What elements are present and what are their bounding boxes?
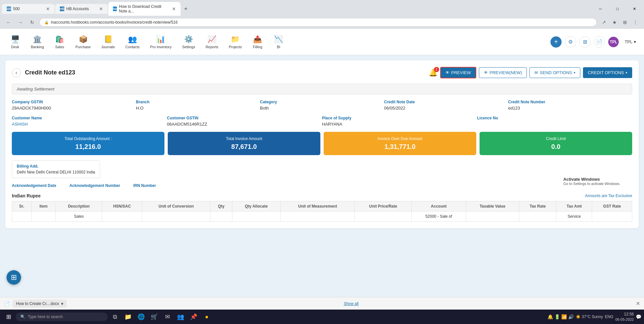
reload-button[interactable]: ↻ — [28, 18, 37, 27]
billing-add-label[interactable]: Billing Add. — [17, 164, 95, 169]
nav-item-settings[interactable]: ⚙️ Settings — [178, 32, 200, 51]
tab-hb[interactable]: HB HB Accounts ✕ — [55, 4, 108, 14]
fields-row-1: Company GSTIN 29AADCK7940H000 Branch H.O… — [12, 100, 632, 111]
nav-label-settings: Settings — [182, 45, 195, 49]
nav-item-contacts[interactable]: 👥 Contacts — [121, 32, 144, 51]
cell-hsn — [102, 212, 142, 222]
credit-limit-label: Credit Limit — [485, 136, 627, 141]
reports-icon: 📈 — [207, 35, 216, 44]
new-tab-button[interactable]: + — [181, 4, 190, 13]
close-button[interactable]: ✕ — [627, 4, 642, 13]
nav-item-projects[interactable]: 📁 Projects — [224, 32, 247, 51]
maximize-button[interactable]: □ — [610, 4, 625, 13]
download-bar-close[interactable]: ✕ — [636, 300, 640, 304]
total-invoice-box: Total Invoice Amount 87,671.0 — [168, 132, 320, 155]
preview-icon: 👁 — [445, 70, 450, 75]
table-header: Sr. Item Description HSN/SAC Unit of Con… — [12, 201, 632, 212]
add-button[interactable]: + — [550, 36, 562, 48]
favorites-button[interactable]: ★ — [610, 18, 619, 27]
table-row: Sales 52000 - Sale of Service — [12, 212, 632, 222]
preview-label: PREVIEW — [451, 70, 471, 75]
customer-name-value[interactable]: ASHISH — [12, 122, 167, 127]
tab-bar: 500 500 ✕ HB HB Accounts ✕ hb How to Dow… — [0, 0, 644, 16]
credit-limit-value: 0.0 — [485, 143, 627, 151]
user-avatar[interactable]: TPL — [608, 37, 619, 47]
notification-button[interactable]: 1 🔔 — [429, 69, 438, 77]
send-options-button[interactable]: ✉ SEND OPTIONS ▾ — [529, 67, 580, 78]
fab-button[interactable]: ⊞ — [7, 270, 21, 285]
nav-label-pro-inventory: Pro Inventory — [150, 45, 171, 49]
minimize-button[interactable]: ─ — [593, 4, 608, 13]
tab-close-active[interactable]: ✕ — [172, 6, 176, 11]
fields-row-2: Customer Name ASHISH Customer GSTIN 06AA… — [12, 116, 632, 127]
col-unit-price: Unit Price/Rate — [355, 201, 412, 212]
nav-item-reports[interactable]: 📈 Reports — [201, 32, 223, 51]
billing-address-box: Billing Add. Delhi New Delhi Central DEL… — [12, 160, 100, 178]
url-bar[interactable]: 🔒 inaccounts.hostbooks.com/accounts-book… — [39, 18, 597, 27]
download-item: How to Create Cr....docx ▾ — [13, 300, 67, 305]
col-tax-rate: Tax Rate — [519, 201, 556, 212]
field-licence-no: Licence No — [477, 116, 633, 127]
tab-active[interactable]: hb How to Download Credit Note a... ✕ — [108, 2, 181, 16]
back-nav-button[interactable]: ← — [4, 18, 13, 27]
tab-label-hb: HB Accounts — [66, 7, 89, 11]
desk-icon: 🖥️ — [11, 35, 20, 44]
branch-label: Branch — [136, 100, 260, 104]
credit-options-button[interactable]: CREDIT OPTIONS ▾ — [583, 67, 632, 78]
credit-dropdown-arrow-icon: ▾ — [626, 71, 627, 74]
nav-label-desk: Desk — [11, 45, 19, 49]
extensions-button[interactable]: ↗ — [599, 18, 609, 27]
bi-icon: 📉 — [274, 35, 283, 44]
category-label: Category — [260, 100, 384, 104]
total-outstanding-value: 11,216.0 — [17, 143, 159, 151]
journals-icon: 📒 — [104, 35, 113, 44]
document-button[interactable]: 📄 — [594, 36, 605, 48]
main-card: ‹ Credit Note ed123 1 🔔 👁 PREVIEW 👁 PREV… — [5, 60, 639, 228]
download-word-icon: 📄 — [4, 301, 10, 305]
tab-label-500: 500 — [13, 7, 20, 11]
cell-description: Sales — [56, 212, 102, 222]
field-credit-note-number: Credit Note Number ed123 — [508, 100, 632, 111]
credit-note-number-value: ed123 — [508, 106, 632, 111]
nav-item-journals[interactable]: 📒 Journals — [97, 32, 119, 51]
nav-items: 🖥️ Desk 🏛️ Banking 🛍️ Sales 📦 Purchase 📒… — [5, 32, 550, 51]
nav-item-banking[interactable]: 🏛️ Banking — [26, 32, 49, 51]
col-qty: Qty — [210, 201, 232, 212]
credit-note-date-value: 06/05/2022 — [384, 106, 508, 111]
tpl-dropdown[interactable]: TPL ▾ — [622, 37, 639, 46]
show-all-link[interactable]: Show all — [344, 301, 358, 305]
grid-view-button[interactable]: ⊞ — [579, 36, 590, 48]
back-button[interactable]: ‹ — [12, 68, 21, 77]
nav-item-sales[interactable]: 🛍️ Sales — [50, 32, 70, 51]
cell-unit-measurement — [280, 212, 355, 222]
invoice-overdue-box: Invoice Over Due Amount 1,31,771.0 — [324, 132, 476, 155]
preview-new-label: PREVIEW(NEW) — [490, 70, 522, 75]
fab-icon: ⊞ — [11, 273, 17, 282]
nav-label-sales: Sales — [55, 45, 64, 49]
forward-nav-button[interactable]: → — [16, 18, 25, 27]
preview-button[interactable]: 👁 PREVIEW — [440, 67, 476, 78]
tab-500[interactable]: 500 500 ✕ — [2, 4, 54, 14]
nav-item-purchase[interactable]: 📦 Purchase — [71, 32, 95, 51]
table-wrapper: Sr. Item Description HSN/SAC Unit of Con… — [12, 201, 632, 222]
collections-button[interactable]: ⊞ — [620, 18, 630, 27]
tab-close-500[interactable]: ✕ — [46, 6, 50, 11]
field-category: Category Both — [260, 100, 384, 111]
cell-unit-conversion — [142, 212, 210, 222]
more-button[interactable]: ⋮ — [631, 18, 640, 27]
tab-close-hb[interactable]: ✕ — [99, 6, 103, 11]
field-customer-gstin: Customer GSTIN 06AADCM5146R1ZZ — [167, 116, 322, 127]
download-chevron-icon[interactable]: ▾ — [61, 301, 63, 305]
dropdown-arrow-icon: ▾ — [634, 39, 636, 44]
preview-new-button[interactable]: 👁 PREVIEW(NEW) — [479, 67, 527, 78]
gear-settings-button[interactable]: ⚙ — [565, 36, 576, 48]
banking-icon: 🏛️ — [33, 35, 42, 44]
nav-item-filling[interactable]: 📤 Filling — [248, 32, 268, 51]
nav-item-bi[interactable]: 📉 BI — [269, 32, 289, 51]
status-bar: Awaiting Settlement — [12, 84, 632, 94]
field-branch: Branch H.O — [136, 100, 260, 111]
projects-icon: 📁 — [231, 35, 240, 44]
tab-label-active: How to Download Credit Note a... — [119, 4, 170, 13]
nav-item-pro-inventory[interactable]: 📊 Pro Inventory — [145, 32, 176, 51]
nav-item-desk[interactable]: 🖥️ Desk — [5, 32, 25, 51]
